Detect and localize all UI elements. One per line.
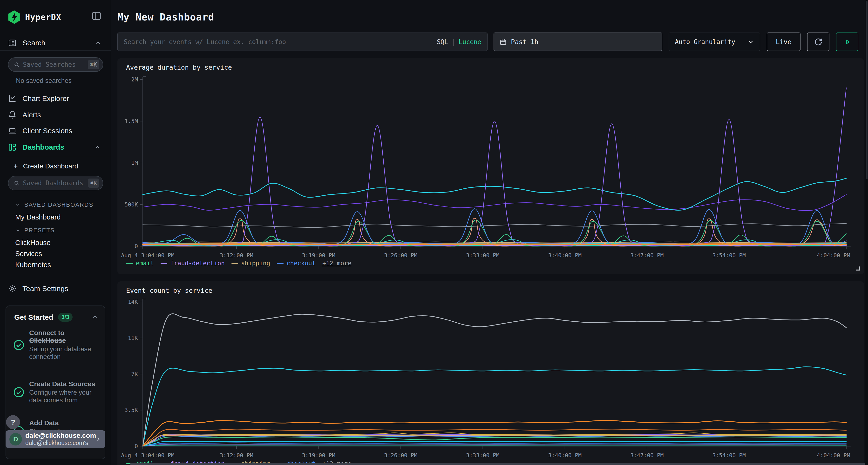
help-button[interactable]: ? <box>6 415 20 429</box>
chevron-up-icon <box>95 40 101 46</box>
search-section-icon <box>8 38 17 47</box>
event-count-chart[interactable]: 14K11K7K3.5K0Aug 4 3:04:00 PM3:12:00 PM3… <box>117 281 864 460</box>
horizontal-scrollbar[interactable] <box>130 463 865 465</box>
x-axis-tick-label: 3:12:00 PM <box>220 252 253 258</box>
saved-dashboards-search[interactable]: ⌘K <box>8 176 103 190</box>
check-circle-icon <box>13 380 24 404</box>
sidebar-collapse-button[interactable] <box>92 11 101 20</box>
x-axis-tick-label: 3:33:00 PM <box>466 252 499 258</box>
time-range-value: Past 1h <box>511 38 538 45</box>
sidebar-item-my-dashboard[interactable]: My Dashboard <box>0 211 111 223</box>
get-started-item-connect[interactable]: Connect to ClickHouse Set up your databa… <box>13 329 100 361</box>
create-dashboard-label: Create Dashboard <box>23 162 79 170</box>
search-icon <box>13 61 20 68</box>
sidebar-item-team-settings[interactable]: Team Settings <box>0 281 111 296</box>
sidebar-item-client-sessions[interactable]: Client Sessions <box>0 123 111 139</box>
lang-separator: | <box>452 38 455 45</box>
play-icon <box>843 38 851 46</box>
sidebar-item-clickhouse[interactable]: ClickHouse <box>0 237 111 248</box>
y-axis-tick-label: 1.5M <box>125 118 138 124</box>
app-name: HyperDX <box>25 12 61 22</box>
chart-panel-duration[interactable]: Average duration by service 2M1.5M1M500K… <box>117 58 864 274</box>
granularity-select[interactable]: Auto Granularity <box>669 33 760 51</box>
search-section-header[interactable]: Search <box>0 35 111 51</box>
run-query-button[interactable] <box>836 33 858 51</box>
live-button[interactable]: Live <box>767 33 801 51</box>
dashboards-grid-icon <box>8 143 17 152</box>
resize-handle-icon[interactable] <box>855 266 861 271</box>
saved-dashboards-input[interactable] <box>23 179 88 187</box>
y-axis-tick-label: 0 <box>134 243 138 250</box>
legend-item-shipping[interactable]: shipping <box>231 260 270 267</box>
user-menu[interactable]: D dale@clickhouse.com dale@clickhouse.co… <box>5 430 105 448</box>
legend-more-link[interactable]: +12 more <box>322 260 351 267</box>
x-axis-tick-label: 4:04:00 PM <box>817 452 850 459</box>
no-saved-searches-text: No saved searches <box>16 77 72 85</box>
y-axis-tick-label: 11K <box>128 335 138 341</box>
event-search-input[interactable] <box>124 38 437 45</box>
create-dashboard-button[interactable]: + Create Dashboard <box>0 160 111 173</box>
legend-item-email[interactable]: email <box>126 260 154 267</box>
laptop-icon <box>8 127 17 135</box>
x-axis-tick-label: 3:26:00 PM <box>384 452 417 459</box>
get-started-item-sources[interactable]: Create Data Sources Configure where your… <box>13 380 100 404</box>
sidebar-item-chart-explorer[interactable]: Chart Explorer <box>0 91 111 106</box>
saved-searches-input[interactable] <box>23 61 88 68</box>
saved-searches-search[interactable]: ⌘K <box>8 57 103 72</box>
chevron-up-icon <box>94 144 100 150</box>
sidebar-item-services[interactable]: Services <box>0 248 111 259</box>
series-shipping <box>143 242 846 243</box>
page-title: My New Dashboard <box>117 11 214 23</box>
sidebar-item-kubernetes[interactable]: Kubernetes <box>0 259 111 270</box>
calendar-icon <box>499 38 507 46</box>
duration-chart[interactable]: 2M1.5M1M500K0Aug 4 3:04:00 PM3:12:00 PM3… <box>117 58 864 258</box>
lang-toggle-lucene[interactable]: Lucene <box>459 38 481 45</box>
legend-dash <box>231 263 238 264</box>
question-mark: ? <box>11 418 15 426</box>
vertical-scrollbar[interactable] <box>865 0 868 465</box>
legend-dash <box>161 263 167 264</box>
user-org: dale@clickhouse.com's <box>25 439 92 446</box>
x-axis-tick-label: 4:04:00 PM <box>817 252 850 258</box>
y-axis-tick-label: 3.5K <box>125 407 138 413</box>
legend-dash <box>126 263 133 264</box>
get-started-title: Get Started <box>14 313 53 322</box>
x-axis-tick-label: Aug 4 3:04:00 PM <box>121 252 175 258</box>
series-more-orange <box>143 244 846 244</box>
event-search-bar[interactable]: SQL | Lucene <box>117 33 488 51</box>
time-range-picker[interactable]: Past 1h <box>494 33 662 51</box>
granularity-value: Auto Granularity <box>675 38 735 45</box>
refresh-button[interactable] <box>807 33 830 51</box>
presets-section[interactable]: PRESETS <box>0 226 111 235</box>
chevron-up-icon[interactable] <box>92 314 98 320</box>
hyperdx-logo-icon <box>7 10 21 24</box>
check-circle-icon <box>13 329 24 361</box>
legend-item-checkout[interactable]: checkout <box>277 260 315 267</box>
legend-dash <box>277 263 283 264</box>
series-fraud-detection <box>143 88 846 246</box>
legend-item-fraud-detection[interactable]: fraud-detection <box>161 260 225 267</box>
chart-legend: emailfraud-detectionshippingcheckout+12 … <box>126 260 351 267</box>
x-axis-tick-label: 3:19:00 PM <box>302 252 335 258</box>
x-axis-tick-label: 3:33:00 PM <box>466 452 499 459</box>
x-axis-tick-label: 3:54:00 PM <box>712 452 745 459</box>
bell-icon <box>8 110 17 119</box>
saved-dashboards-shortcut: ⌘K <box>88 178 99 188</box>
series-more-violet <box>143 245 846 246</box>
series-more-gray2 <box>143 314 846 446</box>
search-icon <box>13 180 20 187</box>
x-axis-tick-label: 3:12:00 PM <box>220 452 253 459</box>
lang-toggle-sql[interactable]: SQL <box>437 38 448 45</box>
x-axis-tick-label: 3:54:00 PM <box>712 252 745 258</box>
sidebar-item-alerts[interactable]: Alerts <box>0 107 111 123</box>
sidebar-item-dashboards[interactable]: Dashboards <box>0 139 111 155</box>
main-content: My New Dashboard SQL | Lucene Past 1h Au… <box>111 0 868 465</box>
x-axis-tick-label: 3:47:00 PM <box>630 252 663 258</box>
y-axis-tick-label: 1M <box>131 160 138 166</box>
chart-panel-event-count[interactable]: Event count by service 14K11K7K3.5K0Aug … <box>117 281 864 465</box>
saved-dashboards-section[interactable]: SAVED DASHBOARDS <box>0 200 111 210</box>
x-axis-tick-label: 3:40:00 PM <box>548 452 582 459</box>
series-checkout <box>143 209 846 245</box>
chevron-right-icon <box>95 436 101 442</box>
chevron-down-icon <box>15 228 21 233</box>
